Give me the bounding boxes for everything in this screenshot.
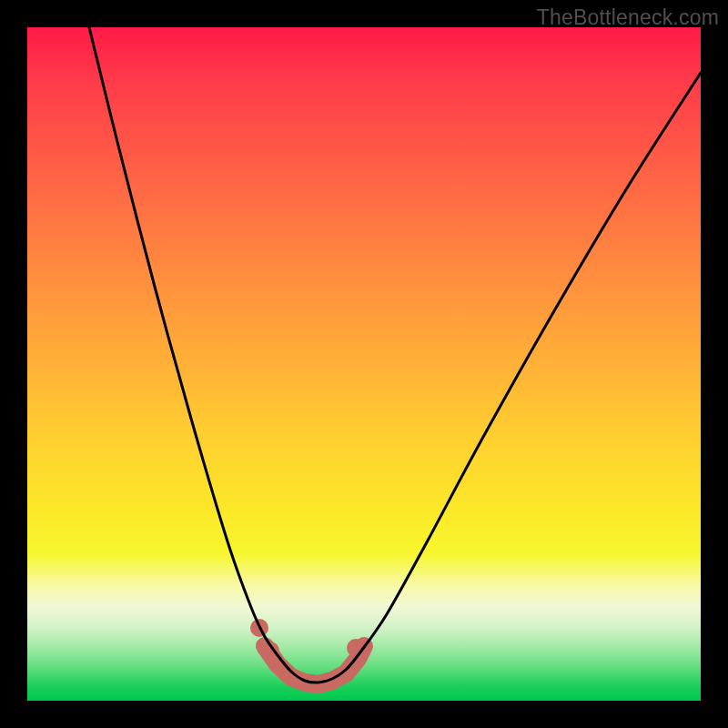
watermark-text: TheBottleneck.com: [537, 5, 719, 30]
curve-svg: [27, 27, 701, 701]
trough-marker-group: [250, 619, 365, 684]
chart-frame: TheBottleneck.com: [0, 0, 728, 728]
bottleneck-curve-path: [89, 27, 701, 682]
plot-area: [27, 27, 701, 701]
